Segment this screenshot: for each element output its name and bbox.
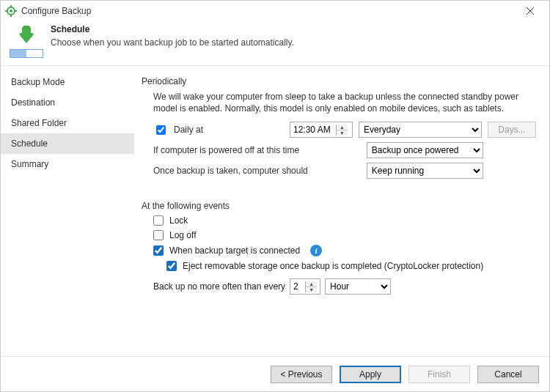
progress-indicator [10, 49, 43, 58]
frequency-unit-select[interactable]: Hour [325, 278, 391, 295]
page-title: Schedule [51, 24, 294, 34]
svg-rect-4 [5, 10, 7, 12]
info-icon[interactable]: i [310, 245, 322, 256]
svg-marker-9 [19, 34, 34, 43]
lock-checkbox-row: Lock [153, 215, 536, 226]
logoff-checkbox[interactable] [153, 230, 164, 240]
frequency-spinner[interactable]: ▲ ▼ [290, 278, 320, 295]
logoff-checkbox-row: Log off [153, 230, 536, 240]
eject-checkbox[interactable] [166, 261, 177, 271]
wizard-body: Backup Mode Destination Shared Folder Sc… [1, 65, 549, 356]
svg-point-1 [10, 10, 12, 12]
window-title: Configure Backup [21, 6, 516, 16]
finish-button: Finish [408, 366, 470, 383]
page-subtitle: Choose when you want backup job to be st… [51, 37, 294, 48]
wizard-header: Schedule Choose when you want backup job… [1, 21, 549, 65]
cancel-button[interactable]: Cancel [477, 366, 539, 383]
backup-frequency-row: Back up no more often than every ▲ ▼ Hou… [153, 278, 536, 295]
backup-frequency-label: Back up no more often than every [153, 281, 285, 292]
daily-checkbox[interactable] [156, 125, 166, 135]
header-text: Schedule Choose when you want backup job… [51, 24, 294, 58]
titlebar: Configure Backup [1, 1, 549, 21]
frequency-step-down[interactable]: ▼ [306, 287, 317, 292]
wizard-footer: < Previous Apply Finish Cancel [1, 356, 549, 391]
after-backup-row: Once backup is taken, computer should Ke… [153, 163, 536, 179]
logoff-label: Log off [169, 230, 196, 240]
time-spinner[interactable]: ▲ ▼ [290, 122, 353, 138]
time-input[interactable] [290, 122, 336, 137]
sidebar-item-summary[interactable]: Summary [1, 154, 134, 174]
svg-rect-8 [23, 26, 29, 36]
after-backup-label: Once backup is taken, computer should [153, 166, 355, 176]
apply-button[interactable]: Apply [340, 366, 401, 383]
powered-off-row: If computer is powered off at this time … [153, 142, 536, 158]
periodically-title: Periodically [142, 76, 536, 86]
wizard-sidebar: Backup Mode Destination Shared Folder Sc… [1, 66, 134, 356]
frequency-input[interactable] [290, 279, 305, 294]
target-connected-checkbox[interactable] [153, 245, 164, 256]
powered-off-label: If computer is powered off at this time [153, 145, 355, 155]
lock-checkbox[interactable] [153, 215, 164, 226]
header-icon-area [8, 24, 45, 58]
lock-label: Lock [169, 215, 188, 226]
download-arrow-icon [12, 24, 41, 46]
after-backup-select[interactable]: Keep running [367, 163, 484, 179]
sidebar-item-shared-folder[interactable]: Shared Folder [1, 113, 134, 133]
events-title: At the following events [142, 201, 536, 211]
configure-backup-window: Configure Backup Schedule Choose [0, 0, 550, 392]
close-button[interactable] [516, 1, 545, 21]
eject-row: Eject removable storage once backup is c… [166, 261, 536, 271]
svg-rect-2 [10, 5, 12, 7]
frequency-step-up[interactable]: ▲ [306, 281, 317, 287]
sidebar-item-destination[interactable]: Destination [1, 92, 134, 113]
powered-off-select[interactable]: Backup once powered [367, 142, 484, 158]
time-step-down[interactable]: ▼ [337, 130, 348, 136]
svg-rect-5 [15, 10, 17, 12]
daily-row: Daily at ▲ ▼ Everyday Days... [153, 122, 536, 138]
svg-rect-3 [10, 15, 12, 17]
daily-label: Daily at [174, 125, 203, 135]
eject-label: Eject removable storage once backup is c… [183, 261, 483, 271]
target-connected-row: When backup target is connected i [153, 245, 536, 256]
previous-button[interactable]: < Previous [271, 366, 332, 383]
content-area: Periodically We will wake your computer … [134, 66, 549, 356]
target-connected-label: When backup target is connected [169, 245, 300, 256]
periodically-description: We will wake your computer from sleep to… [142, 91, 536, 114]
sidebar-item-backup-mode[interactable]: Backup Mode [1, 72, 134, 92]
app-icon [5, 5, 17, 17]
time-step-up[interactable]: ▲ [337, 125, 348, 130]
days-button: Days... [488, 122, 536, 138]
recurrence-select[interactable]: Everyday [359, 122, 482, 138]
sidebar-item-schedule[interactable]: Schedule [1, 133, 134, 154]
